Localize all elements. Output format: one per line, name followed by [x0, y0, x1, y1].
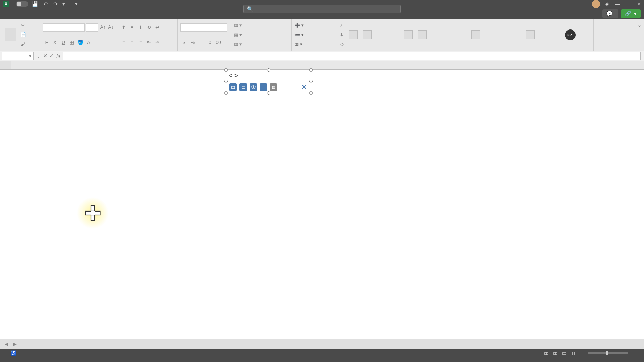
qat-dropdown-icon[interactable]: ▾ [62, 1, 65, 7]
formula-bar[interactable] [63, 52, 641, 60]
format-painter-icon[interactable]: 🖌 [19, 40, 27, 48]
align-middle-icon[interactable]: ≡ [128, 24, 136, 31]
tab-nav-prev-icon[interactable]: ◀ [3, 341, 10, 347]
next-month-icon[interactable]: > [234, 72, 238, 79]
zoom-in-icon[interactable]: + [633, 350, 635, 356]
paste-button[interactable] [3, 21, 18, 49]
align-top-icon[interactable]: ⬆ [120, 24, 127, 31]
percent-icon[interactable]: % [189, 39, 196, 46]
resize-handle[interactable] [309, 80, 313, 83]
fill-color-icon[interactable]: 🪣 [76, 39, 84, 46]
autosave-toggle[interactable] [16, 1, 28, 7]
tab-nav-menu-icon[interactable]: ⋯ [19, 341, 28, 347]
number-format-select[interactable] [180, 23, 227, 32]
zoom-slider[interactable] [588, 352, 628, 354]
find-select-button[interactable] [361, 21, 374, 49]
undo-icon[interactable]: ↶ [42, 1, 48, 7]
italic-icon[interactable]: K [51, 39, 59, 46]
grow-font-icon[interactable]: A↑ [99, 23, 106, 31]
currency-icon[interactable]: $ [180, 39, 188, 46]
maximize-icon[interactable]: ▢ [626, 1, 631, 7]
delete-cells-button[interactable]: ➖ ▾ [294, 32, 332, 37]
dp-close-icon[interactable]: ✕ [300, 83, 308, 91]
dp-action-2[interactable]: ▤ [239, 83, 247, 91]
confirm-icon[interactable]: ✓ [49, 53, 54, 59]
font-color-icon[interactable]: A̲ [85, 39, 92, 46]
view-page-icon[interactable]: ▤ [562, 350, 567, 356]
data-analysis-button[interactable] [416, 21, 429, 49]
shrink-font-icon[interactable]: A↓ [107, 23, 114, 31]
avatar[interactable] [592, 0, 600, 8]
align-label [120, 49, 175, 49]
fx-icon[interactable]: fx [56, 53, 60, 59]
cond-format-button[interactable]: ▦ ▾ [234, 23, 289, 28]
minimize-icon[interactable]: — [615, 1, 620, 7]
diamond-icon[interactable]: ◈ [605, 1, 609, 7]
select-all-corner[interactable] [0, 61, 11, 69]
cells-label [294, 49, 332, 49]
bold-icon[interactable]: F [43, 39, 50, 46]
insert-cells-button[interactable]: ➕ ▾ [294, 23, 332, 28]
status-accessibility[interactable]: ♿ [11, 350, 16, 356]
format-cells-button[interactable]: ▦ ▾ [294, 42, 332, 47]
cell-styles-button[interactable]: ▦ ▾ [234, 42, 289, 47]
inc-decimal-icon[interactable]: .0 [206, 39, 213, 46]
date-picker[interactable]: < > ▤ ▤ ⓘ ⬚ ▦ ✕ [226, 70, 311, 93]
indent-inc-icon[interactable]: ⇥ [154, 38, 161, 46]
prev-month-icon[interactable]: < [229, 72, 232, 79]
dp-action-1[interactable]: ▤ [229, 83, 237, 91]
chatgpt-button[interactable]: GPT [563, 21, 578, 49]
dp-info-icon[interactable]: ⓘ [250, 83, 257, 91]
cut-icon[interactable]: ✂ [19, 22, 27, 29]
sort-filter-button[interactable] [347, 21, 360, 49]
dp-action-4[interactable]: ▦ [270, 83, 277, 91]
resize-handle[interactable] [309, 68, 313, 72]
resize-handle[interactable] [224, 68, 228, 72]
clear-icon[interactable]: ◇ [338, 40, 345, 48]
resize-handle[interactable] [309, 91, 313, 95]
dec-decimal-icon[interactable]: .00 [214, 39, 221, 46]
resize-handle[interactable] [267, 91, 270, 95]
addins-button[interactable] [402, 21, 415, 49]
clipboard-label [3, 49, 37, 49]
indent-dec-icon[interactable]: ⇤ [145, 38, 153, 46]
zoom-out-icon[interactable]: − [580, 350, 583, 356]
cancel-icon[interactable]: ✕ [43, 53, 47, 59]
format-table-button[interactable]: ▦ ▾ [234, 32, 289, 37]
resize-handle[interactable] [224, 91, 228, 95]
redo-icon[interactable]: ↷ [52, 1, 58, 7]
pdf-links-button[interactable] [449, 21, 502, 49]
filename-dropdown-icon[interactable]: ▾ [75, 1, 78, 7]
copy-icon[interactable]: 📄 [19, 31, 27, 38]
close-icon[interactable]: ✕ [637, 1, 641, 7]
styles-label [234, 49, 289, 49]
align-center-icon[interactable]: ≡ [128, 38, 136, 46]
name-box[interactable]: ▾ [2, 52, 34, 60]
align-right-icon[interactable]: ≡ [137, 38, 144, 46]
save-icon[interactable]: 💾 [32, 1, 38, 7]
share-button[interactable]: 🔗 ▾ [621, 9, 641, 18]
search-box[interactable]: 🔍 [243, 5, 401, 13]
resize-handle[interactable] [267, 68, 270, 72]
comma-icon[interactable]: , [197, 39, 205, 46]
view-normal-icon[interactable]: ▦ [553, 350, 557, 356]
orientation-icon[interactable]: ⟲ [145, 24, 153, 31]
tab-nav-next-icon[interactable]: ▶ [11, 341, 19, 347]
wrap-icon[interactable]: ↩ [154, 24, 161, 31]
search-input[interactable] [256, 6, 397, 12]
autosum-icon[interactable]: Σ [338, 22, 345, 29]
resize-handle[interactable] [224, 80, 228, 83]
align-left-icon[interactable]: ≡ [120, 38, 127, 46]
view-break-icon[interactable]: ▥ [571, 350, 576, 356]
align-bottom-icon[interactable]: ⬇ [137, 24, 144, 31]
dp-action-3[interactable]: ⬚ [260, 83, 267, 91]
search-icon: 🔍 [247, 6, 254, 12]
border-icon[interactable]: ▦ [68, 39, 75, 46]
comments-button[interactable]: 💬 [602, 9, 618, 18]
underline-icon[interactable]: U [60, 39, 67, 46]
fill-icon[interactable]: ⬇ [338, 31, 345, 38]
editing-label [338, 49, 396, 49]
collapse-ribbon-icon[interactable]: ⌄ [635, 19, 644, 51]
display-settings[interactable]: ▦ [544, 350, 548, 356]
pdf-outlook-button[interactable] [504, 21, 557, 49]
